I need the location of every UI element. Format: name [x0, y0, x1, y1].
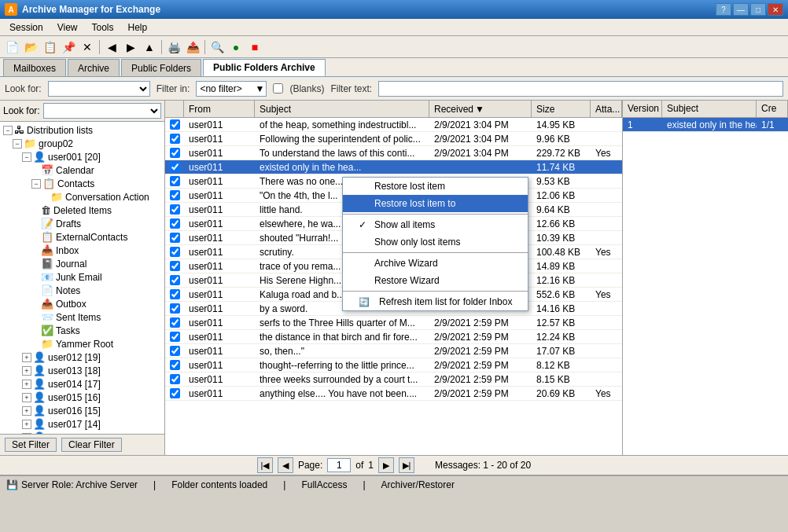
expand-user016[interactable]: + — [22, 406, 31, 416]
filter-in-combo[interactable]: <no filter> ▼ — [196, 81, 267, 97]
ctx-refresh-folder[interactable]: 🔄 Refresh item list for folder Inbox — [343, 293, 528, 310]
list-row-14[interactable]: user011 serfs to the Three Hills quarter… — [165, 316, 622, 330]
tree-item-calendar[interactable]: 📅 Calendar — [2, 163, 163, 177]
tree-item-dist-lists[interactable]: − 🖧 Distribution lists — [2, 123, 163, 137]
tree-item-deleted[interactable]: 🗑 Deleted Items — [2, 204, 163, 217]
tree-item-user012[interactable]: + 👤 user012 [19] — [2, 350, 163, 364]
tree-item-sent[interactable]: 📨 Sent Items — [2, 310, 163, 324]
cell-check-11[interactable] — [165, 274, 184, 286]
tree-item-yammer[interactable]: 📁 Yammer Root — [2, 337, 163, 350]
list-row-1[interactable]: user011 Following the superintendent of … — [165, 132, 622, 146]
page-first-btn[interactable]: |◀ — [257, 457, 273, 473]
copy-btn[interactable]: 📋 — [41, 39, 58, 56]
cell-check-8[interactable] — [165, 232, 184, 244]
tree-item-tasks[interactable]: ✅ Tasks — [2, 324, 163, 337]
tab-mailboxes[interactable]: Mailboxes — [3, 59, 66, 76]
tree-item-notes[interactable]: 📄 Notes — [2, 284, 163, 297]
tab-archive[interactable]: Archive — [68, 59, 120, 76]
cell-check-4[interactable] — [165, 175, 184, 187]
tree-item-conv-action[interactable]: 📁 Conversation Action — [2, 190, 163, 204]
help-btn[interactable]: ? — [716, 3, 731, 16]
cell-check-9[interactable] — [165, 246, 184, 258]
menu-session[interactable]: Session — [3, 20, 50, 35]
list-row-15[interactable]: user011 the distance in that birch and f… — [165, 330, 622, 344]
cell-check-14[interactable] — [165, 317, 184, 328]
right-col-version[interactable]: Version — [623, 101, 662, 117]
new-btn[interactable]: 📄 — [3, 39, 20, 56]
list-row-2[interactable]: user011 To understand the laws of this c… — [165, 146, 622, 160]
ctx-archive-wizard[interactable]: Archive Wizard — [343, 255, 528, 272]
tree-item-user013[interactable]: + 👤 user013 [18] — [2, 364, 163, 377]
cell-check-13[interactable] — [165, 303, 184, 314]
tree-item-junk[interactable]: 📧 Junk Email — [2, 270, 163, 284]
cell-check-16[interactable] — [165, 345, 184, 357]
expand-contacts[interactable]: − — [31, 179, 41, 189]
tree-item-ext-contacts[interactable]: 📋 ExternalContacts — [2, 230, 163, 244]
list-row-18[interactable]: user011 three weeks surrounded by a cour… — [165, 372, 622, 387]
menu-view[interactable]: View — [51, 20, 84, 35]
tree-item-group02[interactable]: − 📁 group02 — [2, 137, 163, 150]
list-row-16[interactable]: user011 so, then..." 2/9/2021 2:59 PM 17… — [165, 344, 622, 358]
delete-btn[interactable]: ✕ — [79, 39, 96, 56]
col-header-attach[interactable]: Atta... — [591, 101, 622, 117]
ctx-show-lost[interactable]: Show only lost items — [343, 233, 528, 251]
menu-tools[interactable]: Tools — [86, 20, 120, 35]
tree-item-drafts[interactable]: 📝 Drafts — [2, 217, 163, 230]
ctx-restore-wizard[interactable]: Restore Wizard — [343, 272, 528, 289]
col-header-size[interactable]: Size — [532, 101, 591, 117]
set-filter-button[interactable]: Set Filter — [5, 438, 57, 452]
tree-item-user015[interactable]: + 👤 user015 [16] — [2, 391, 163, 404]
ctx-restore-lost[interactable]: Restore lost item — [343, 178, 528, 195]
search-btn[interactable]: 🔍 — [208, 39, 226, 56]
expand-user015[interactable]: + — [22, 393, 31, 402]
tab-public-folders-archive[interactable]: Public Folders Archive — [203, 59, 326, 76]
tree-item-user017[interactable]: + 👤 user017 [14] — [2, 417, 163, 431]
minimize-btn[interactable]: — — [733, 3, 749, 16]
open-btn[interactable]: 📂 — [22, 39, 39, 56]
tab-public-folders[interactable]: Public Folders — [121, 59, 201, 76]
maximize-btn[interactable]: □ — [750, 3, 766, 16]
ctx-restore-lost-to[interactable]: Restore lost item to — [343, 195, 528, 212]
list-row-0[interactable]: user011 of the heap, something indestruc… — [165, 118, 622, 132]
tree-item-user014[interactable]: + 👤 user014 [17] — [2, 377, 163, 391]
page-last-btn[interactable]: ▶| — [399, 457, 414, 473]
list-row-3[interactable]: user011 existed only in the hea... 11.74… — [165, 160, 622, 174]
cell-check-5[interactable] — [165, 189, 184, 201]
expand-dist-lists[interactable]: − — [3, 126, 13, 135]
expand-group02[interactable]: − — [13, 139, 22, 149]
blanks-checkbox[interactable] — [273, 83, 283, 94]
col-header-from[interactable]: From — [184, 101, 255, 117]
col-header-received[interactable]: Received ▼ — [429, 101, 532, 117]
expand-user017[interactable]: + — [22, 420, 31, 429]
right-row-0[interactable]: 1 existed only in the head... 1/1 — [623, 118, 788, 132]
cell-check-7[interactable] — [165, 218, 184, 229]
ctx-show-all[interactable]: ✓ Show all items — [343, 216, 528, 233]
col-header-subject[interactable]: Subject — [255, 101, 429, 117]
cell-check-2[interactable] — [165, 147, 184, 159]
tree-item-inbox[interactable]: 📥 Inbox — [2, 244, 163, 257]
tree-item-outbox[interactable]: 📤 Outbox — [2, 297, 163, 310]
right-col-subject[interactable]: Subject — [662, 101, 757, 117]
tree-item-contacts[interactable]: − 📋 Contacts — [2, 177, 163, 190]
menu-help[interactable]: Help — [122, 20, 154, 35]
cell-check-0[interactable] — [165, 119, 184, 130]
back-btn[interactable]: ◀ — [103, 39, 120, 56]
look-for-tree-select[interactable] — [43, 103, 161, 119]
cell-check-10[interactable] — [165, 260, 184, 272]
export-btn[interactable]: 📤 — [184, 39, 201, 56]
expand-user012[interactable]: + — [22, 353, 31, 362]
col-header-check[interactable] — [165, 101, 184, 117]
right-col-created[interactable]: Cre — [757, 101, 788, 117]
cell-check-19[interactable] — [165, 387, 184, 399]
up-btn[interactable]: ▲ — [141, 39, 158, 56]
cell-check-17[interactable] — [165, 359, 184, 371]
page-input[interactable] — [327, 458, 351, 472]
expand-user014[interactable]: + — [22, 380, 31, 389]
paste-btn[interactable]: 📌 — [60, 39, 77, 56]
stop-btn[interactable]: ■ — [246, 39, 263, 56]
tree-item-user001[interactable]: − 👤 user001 [20] — [2, 150, 163, 163]
close-btn[interactable]: ✕ — [768, 3, 783, 16]
print-btn[interactable]: 🖨️ — [165, 39, 182, 56]
list-row-19[interactable]: user011 anything else.... You have not b… — [165, 387, 622, 401]
clear-filter-button[interactable]: Clear Filter — [61, 438, 122, 452]
